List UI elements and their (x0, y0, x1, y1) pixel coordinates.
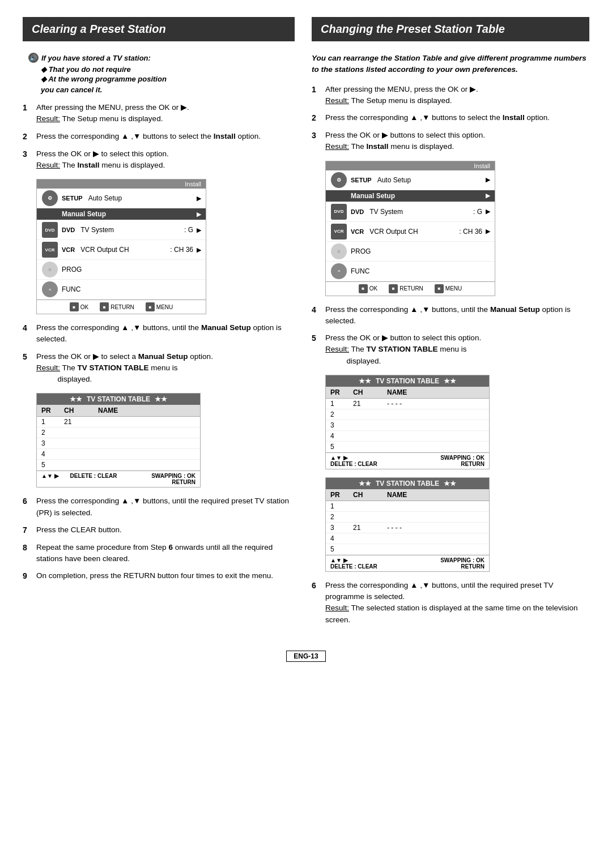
r1-row1-ch: 21 (353, 400, 387, 408)
r-menu-icon-btn: ■ (435, 284, 444, 293)
r2-footer-left: ▲▼ ▶ DELETE : CLEAR (330, 557, 377, 570)
r-table1-row-1: 1 21 - - - - (326, 399, 489, 409)
r1-row4-name (387, 432, 484, 440)
r-vcr-label: VCR (351, 228, 364, 235)
r1-row1-pr: 1 (330, 400, 353, 408)
row5-name (98, 461, 196, 469)
r-ok-icon: ■ (359, 284, 368, 293)
r-table2-header: ★★ TV STATION TABLE ★★ (326, 478, 489, 489)
r1-return: RETURN (440, 461, 484, 467)
return-icon: ■ (100, 302, 109, 311)
dvd-circle: DVD (42, 222, 58, 238)
result-1: Result: (36, 114, 60, 123)
r-table2-row-1: 1 (326, 501, 489, 512)
r1-row3-name (387, 421, 484, 429)
left-table-cols: PR CH NAME (37, 405, 200, 417)
r-table2-row-5: 5 (326, 544, 489, 555)
col-pr: PR (41, 407, 64, 414)
step-num-7: 7 (23, 524, 32, 536)
ok-icon: ■ (70, 302, 79, 311)
r-step-num-1: 1 (312, 84, 321, 107)
table-row-1: 1 21 (37, 417, 200, 427)
left-step-5: 5 Press the OK or ▶ to select a Manual S… (23, 351, 295, 386)
r-tv-station-bold: TV STATION TABLE (367, 345, 438, 353)
right-menu-header: Install (326, 161, 495, 170)
r1-row2-name (387, 411, 484, 418)
r-table2-row-3: 3 21 - - - - (326, 523, 489, 533)
table-row-3: 3 (37, 438, 200, 449)
step-content-6: Press the corresponding ▲ ,▼ buttons, un… (36, 495, 295, 519)
r-step-num-5: 5 (312, 332, 321, 367)
bullet-2: At the wrong programme position (41, 75, 295, 83)
dvd-label: DVD (62, 226, 75, 233)
r-menu-row-prog: ○ PROG (326, 242, 495, 262)
step-num-9: 9 (23, 570, 32, 582)
vcr-output-label: VCR Output CH (75, 246, 170, 254)
row4-name (98, 450, 196, 458)
setup-icon: ⚙ (41, 190, 58, 206)
r1-row4-pr: 4 (330, 432, 353, 440)
r-step-content-5: Press the OK or ▶ button to select this … (325, 332, 589, 367)
footer-menu: ■ MENU (146, 302, 173, 311)
vcr-label: VCR (62, 246, 75, 253)
setup-label: SETUP (62, 195, 83, 202)
r-auto-setup-label: Auto Setup (372, 176, 482, 184)
r2-row5-ch (353, 545, 387, 553)
step-num-1: 1 (23, 102, 32, 125)
r1-row1-name: - - - - (387, 400, 484, 408)
right-step-6: 6 Press the corresponding ▲ ,▼ buttons, … (312, 580, 589, 626)
menu-icon-btn: ■ (146, 302, 155, 311)
r2-row4-name (387, 535, 484, 542)
tv-system-arrow: ▶ (197, 226, 201, 234)
col-name: NAME (98, 407, 196, 414)
r-prog-icon: ○ (330, 243, 347, 259)
page-number: ENG-13 (294, 652, 318, 660)
step-content-4: Press the corresponding ▲ ,▼ buttons, un… (36, 322, 295, 345)
right-steps-4-5: 4 Press the corresponding ▲ ,▼ buttons, … (312, 304, 589, 367)
r-tv-system-label: TV System (364, 208, 473, 216)
r-dvd-icon: DVD (330, 204, 347, 220)
r-table1-footer: ▲▼ ▶ DELETE : CLEAR SWAPPING : OK RETURN (326, 452, 489, 469)
left-steps-4-5: 4 Press the corresponding ▲ ,▼ buttons, … (23, 322, 295, 385)
right-station-table-1: ★★ TV STATION TABLE ★★ PR CH NAME 1 21 -… (325, 375, 490, 469)
r-setup-icon: ⚙ (330, 172, 347, 188)
r-table1-cols: PR CH NAME (326, 387, 489, 399)
r-step-num-4: 4 (312, 304, 321, 327)
r-result-3: Result: (325, 142, 349, 151)
left-step-1: 1 After pressing the MENU, press the OK … (23, 102, 295, 125)
menu-row-prog: ○ PROG (37, 260, 206, 280)
r-menu-row-manual: Manual Setup ▶ (326, 190, 495, 202)
r-install-bold-2: Install (367, 142, 389, 151)
left-step-4: 4 Press the corresponding ▲ ,▼ buttons, … (23, 322, 295, 345)
r-footer-ok: ■ OK (359, 284, 377, 293)
left-table-header: ★★ TV STATION TABLE ★★ (37, 394, 200, 405)
r-setup-label: SETUP (351, 177, 372, 183)
tv-station-bold: TV STATION TABLE (78, 364, 149, 372)
r-func-icon: ≡ (330, 263, 347, 279)
step-num-8: 8 (23, 542, 32, 565)
row1-pr: 1 (41, 418, 64, 426)
r-prog-circle: ○ (331, 243, 347, 259)
step-content-9: On completion, press the RETURN button f… (36, 570, 295, 582)
r-menu-row-dvd: DVD DVD TV System : G ▶ (326, 202, 495, 222)
r-step-content-2: Press the corresponding ▲ ,▼ buttons to … (325, 112, 589, 124)
r2-row2-ch (353, 513, 387, 521)
r-footer-return: ■ RETURN (389, 284, 423, 293)
r2-row4-ch (353, 535, 387, 542)
table-row-5: 5 (37, 460, 200, 471)
r1-row3-ch (353, 421, 387, 429)
left-menu-header: Install (37, 179, 206, 189)
r-vcr-icon: VCR (330, 224, 347, 240)
r-step-content-3: Press the OK or ▶ buttons to select this… (325, 130, 589, 153)
r-tv-system-arrow: ▶ (486, 208, 490, 215)
install-bold: Install (214, 132, 236, 140)
prog-circle: ○ (42, 262, 58, 277)
r2-row3-pr: 3 (330, 524, 353, 532)
page-number-box: ENG-13 (286, 651, 325, 662)
footer-left: ▲▼ ▶ DELETE : CLEAR (41, 473, 117, 485)
menu-row-vcr: VCR VCR VCR Output CH : CH 36 ▶ (37, 240, 206, 260)
right-tv-menu: Install ⚙ SETUP Auto Setup ▶ Manual Setu… (325, 161, 495, 296)
r1-footer-right: SWAPPING : OK RETURN (440, 455, 484, 467)
r-func-label: FUNC (351, 267, 490, 275)
nav-arrows: ▲▼ ▶ (41, 473, 59, 485)
